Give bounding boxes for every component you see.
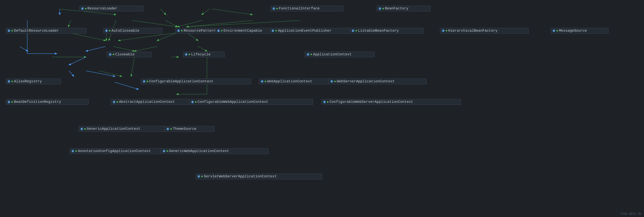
node-label: ThemeSource: [173, 127, 196, 131]
node-genericapplicationcontext: iGenericApplicationContext: [78, 126, 174, 132]
dot-icon: [276, 8, 278, 10]
node-configurablewebapplicationcontext: iConfigurableWebApplicationContext: [189, 99, 313, 105]
svg-line-8: [132, 21, 178, 27]
node-label: WebApplicationContext: [267, 79, 312, 84]
node-label: DefaultResourceLoader: [14, 29, 59, 33]
svg-line-11: [187, 21, 252, 27]
svg-line-14: [118, 33, 178, 41]
node-label: WebServerApplicationContext: [337, 79, 394, 84]
interface-icon: i: [306, 53, 310, 56]
node-hierarchicalbeanfactory: iHierarchicalBeanFactory: [440, 28, 529, 34]
svg-line-17: [20, 47, 28, 51]
dot-icon: [327, 101, 328, 103]
node-label: ConfigurableWebServerApplicationContext: [330, 100, 413, 104]
node-label: Lifecycle: [191, 53, 210, 57]
dot-icon: [264, 81, 266, 82]
svg-line-22: [198, 47, 207, 51]
node-label: GenericApplicationContext: [87, 127, 140, 131]
interface-icon: i: [185, 53, 188, 56]
interface-icon: i: [442, 29, 445, 32]
interface-icon: i: [8, 29, 10, 32]
node-applicationeventpublisher: iApplicationEventPublisher: [270, 28, 361, 34]
dot-icon: [166, 150, 168, 152]
interface-icon: i: [162, 150, 166, 152]
dot-icon: [275, 30, 277, 32]
interface-icon: i: [272, 7, 275, 10]
dot-icon: [75, 150, 77, 152]
dot-icon: [382, 8, 384, 10]
node-label: ConfigurableWebApplicationContext: [198, 100, 268, 104]
node-label: ApplicationEventPublisher: [278, 29, 332, 33]
svg-line-15: [157, 33, 178, 41]
interface-icon: i: [72, 150, 74, 152]
node-webserverapplicationcontext: iWebServerApplicationContext: [328, 79, 427, 84]
interface-icon: i: [8, 101, 10, 103]
interface-icon: i: [177, 29, 180, 32]
dot-icon: [188, 54, 190, 55]
interface-icon: i: [8, 80, 10, 83]
dot-icon: [556, 30, 558, 32]
dot-icon: [334, 81, 336, 82]
interface-icon: i: [552, 29, 556, 32]
dot-icon: [221, 30, 222, 32]
svg-line-9: [166, 21, 178, 27]
interface-icon: i: [261, 80, 264, 83]
interface-icon: i: [378, 7, 382, 10]
dot-icon: [146, 81, 148, 82]
interface-icon: i: [323, 101, 326, 103]
node-label: AutoCloseable: [112, 29, 140, 33]
node-label: EnvironmentCapable: [224, 29, 262, 33]
dot-icon: [446, 30, 447, 32]
dot-icon: [84, 128, 86, 130]
svg-line-24: [69, 57, 86, 65]
node-servletwebserverapplicationcontext: iServletWebServerApplicationContext: [196, 174, 322, 179]
interface-icon: i: [80, 127, 83, 130]
svg-line-25: [69, 71, 74, 76]
node-label: AliasRegistry: [14, 79, 42, 84]
node-label: Closeable: [115, 53, 134, 57]
svg-line-5: [68, 21, 71, 27]
dot-icon: [109, 30, 110, 32]
interface-icon: i: [105, 29, 108, 32]
node-closeable: iCloseable: [107, 52, 151, 57]
interface-icon: i: [330, 80, 333, 83]
interface-icon: i: [109, 53, 112, 56]
node-label: MessageSource: [559, 29, 587, 33]
svg-line-12: [187, 21, 300, 27]
node-genericwebapplicationcontext: iGenericWebApplicationContext: [161, 148, 268, 154]
node-themesource: iThemeSource: [164, 126, 214, 132]
node-configurableapplicationcontext: iConfigurableApplicationContext: [141, 79, 251, 84]
node-label: GenericWebApplicationContext: [169, 149, 229, 153]
node-label: AnnotationConfigApplicationContext: [78, 149, 151, 153]
dot-icon: [11, 81, 13, 82]
node-applicationcontext: iApplicationContext: [305, 52, 375, 57]
node-label: ListableBeanFactory: [358, 29, 399, 33]
dot-icon: [170, 128, 172, 130]
node-lifecycle: iLifecycle: [183, 52, 224, 57]
interface-icon: i: [352, 29, 354, 32]
svg-line-21: [134, 47, 157, 51]
dot-icon: [356, 30, 357, 32]
node-listablebeanfactory: iListableBeanFactory: [350, 28, 424, 34]
node-label: HierarchicalBeanFactory: [448, 29, 498, 33]
interface-icon: i: [197, 175, 200, 178]
svg-line-10: [178, 21, 202, 27]
svg-line-29: [115, 82, 138, 89]
node-resourceloader: iResourceLoader: [79, 6, 144, 11]
node-label: ApplicationContext: [313, 53, 352, 57]
dot-icon: [11, 101, 13, 103]
node-beanfactory: iBeanFactory: [377, 6, 430, 11]
dot-icon: [310, 54, 312, 55]
interface-icon: i: [166, 127, 169, 130]
svg-line-7: [106, 33, 106, 41]
node-beandefinitionregistry: iBeanDefinitionRegistry: [6, 99, 88, 105]
interface-icon: i: [271, 29, 274, 32]
node-label: ResourceLoader: [88, 7, 118, 11]
node-configurablewebserverapplicationcontext: iConfigurableWebServerApplicationContext: [321, 99, 461, 105]
interface-icon: i: [113, 101, 116, 103]
node-messagesource: iMessageSource: [551, 28, 608, 34]
node-autocloseable: iAutoCloseable: [103, 28, 162, 34]
svg-line-3: [202, 9, 209, 15]
interface-icon: i: [217, 29, 220, 32]
svg-line-6: [68, 33, 106, 41]
